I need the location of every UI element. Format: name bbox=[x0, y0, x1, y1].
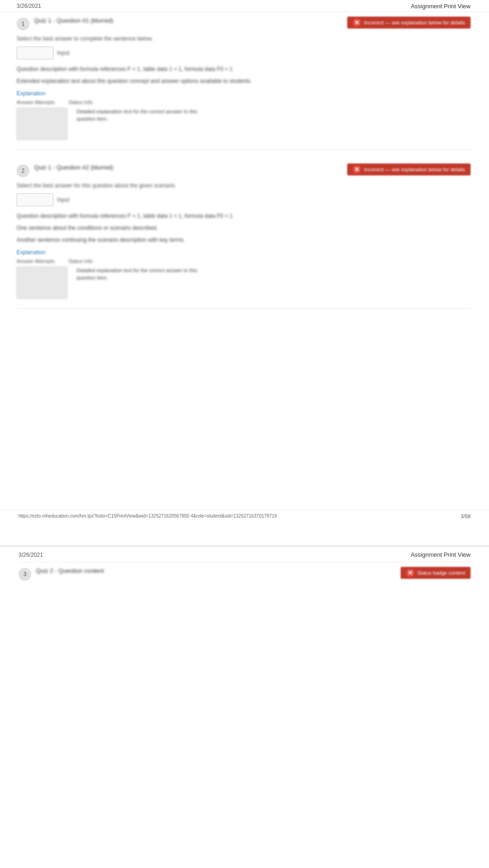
question-number-2: 2 bbox=[17, 164, 29, 177]
explanation-image-2 bbox=[17, 267, 67, 299]
explanation-meta-row-2: Answer Attempts Status Info bbox=[17, 258, 471, 264]
answer-input-label-1: Input bbox=[57, 50, 70, 56]
question-prompt-2: Select the best answer for this question… bbox=[17, 182, 471, 190]
next-answer-status-badge: ✕ Status badge content bbox=[401, 567, 471, 579]
explanation-link-2[interactable]: Explanation bbox=[17, 249, 46, 256]
answer-input-row-1: Input bbox=[17, 47, 471, 59]
next-question-number-area: 3 Quiz 2 - Question content bbox=[18, 567, 104, 581]
explanation-link-1[interactable]: Explanation bbox=[17, 90, 46, 97]
question-number-1: 1 bbox=[17, 17, 29, 30]
explanation-text-2: Detailed explanation text for the correc… bbox=[76, 267, 205, 282]
page-header: 3/26/2021 Assignment Print View bbox=[0, 0, 489, 12]
question-description-1a: Question description with formula refere… bbox=[17, 65, 471, 73]
next-page-date: 3/26/2021 bbox=[18, 552, 43, 558]
meta-answer-2: Answer Attempts bbox=[17, 258, 55, 264]
answer-input-box-1[interactable] bbox=[17, 47, 53, 59]
next-question-number: 3 bbox=[18, 568, 31, 581]
question-title-2: Quiz 1 - Question #2 (blurred) bbox=[34, 163, 113, 172]
question-description-2b: One sentence about the conditions or sce… bbox=[17, 224, 471, 232]
page-container: 3/26/2021 Assignment Print View 1 Quiz 1… bbox=[0, 0, 489, 868]
question-number-area-2: 2 Quiz 1 - Question #2 (blurred) bbox=[17, 163, 113, 177]
question-block-1: 1 Quiz 1 - Question #1 (blurred) ✕ Incor… bbox=[17, 17, 471, 150]
next-page-top-row: 3/26/2021 Assignment Print View bbox=[18, 551, 471, 562]
footer-page: 3/58 bbox=[461, 513, 471, 519]
status-text-2: Incorrect — see explanation below for de… bbox=[364, 167, 465, 172]
question-description-2a: Question description with formula refere… bbox=[17, 212, 471, 220]
explanation-meta-row-1: Answer Attempts Status Info bbox=[17, 99, 471, 105]
meta-status-2: Status Info bbox=[69, 258, 93, 264]
header-title: Assignment Print View bbox=[411, 3, 471, 10]
answer-input-row-2: Input bbox=[17, 193, 471, 206]
footer-url: https://ezto.mheducation.com/hm.tpx?todo… bbox=[18, 513, 277, 519]
explanation-section-1: Explanation Answer Attempts Status Info … bbox=[17, 90, 471, 140]
page-footer: https://ezto.mheducation.com/hm.tpx?todo… bbox=[0, 509, 489, 523]
question-prompt-1: Select the best answer to complete the s… bbox=[17, 35, 471, 43]
incorrect-icon-2: ✕ bbox=[353, 165, 361, 174]
next-page-title: Assignment Print View bbox=[411, 551, 471, 558]
meta-status-1: Status Info bbox=[69, 99, 93, 105]
next-page-content-row: 3 Quiz 2 - Question content ✕ Status bad… bbox=[18, 567, 471, 581]
answer-status-badge-2: ✕ Incorrect — see explanation below for … bbox=[347, 163, 471, 175]
header-date: 3/26/2021 bbox=[17, 3, 41, 9]
question-title-1: Quiz 1 - Question #1 (blurred) bbox=[34, 17, 113, 25]
question-description-1b: Extended explanation text about this que… bbox=[17, 77, 471, 85]
answer-status-badge-1: ✕ Incorrect — see explanation below for … bbox=[347, 17, 471, 29]
incorrect-icon-1: ✕ bbox=[353, 18, 361, 27]
explanation-text-1: Detailed explanation text for the correc… bbox=[76, 108, 205, 123]
question-top-row-1: 1 Quiz 1 - Question #1 (blurred) ✕ Incor… bbox=[17, 17, 471, 30]
explanation-content-row-1: Detailed explanation text for the correc… bbox=[17, 108, 471, 140]
next-incorrect-icon: ✕ bbox=[406, 569, 414, 577]
question-description-2c: Another sentence continuing the scenario… bbox=[17, 236, 471, 244]
question-top-row-2: 2 Quiz 1 - Question #2 (blurred) ✕ Incor… bbox=[17, 163, 471, 177]
next-page-area: 3/26/2021 Assignment Print View 3 Quiz 2… bbox=[0, 546, 489, 868]
question-block-2: 2 Quiz 1 - Question #2 (blurred) ✕ Incor… bbox=[17, 163, 471, 309]
meta-answer-1: Answer Attempts bbox=[17, 99, 55, 105]
explanation-content-row-2: Detailed explanation text for the correc… bbox=[17, 267, 471, 299]
answer-input-label-2: Input bbox=[57, 197, 70, 203]
next-question-title: Quiz 2 - Question content bbox=[36, 567, 104, 575]
explanation-image-1 bbox=[17, 108, 67, 140]
answer-input-box-2[interactable] bbox=[17, 193, 53, 206]
next-status-text: Status badge content bbox=[417, 570, 465, 576]
page-content: 1 Quiz 1 - Question #1 (blurred) ✕ Incor… bbox=[0, 12, 489, 332]
question-number-area-1: 1 Quiz 1 - Question #1 (blurred) bbox=[17, 17, 113, 30]
status-text-1: Incorrect — see explanation below for de… bbox=[364, 20, 465, 25]
explanation-section-2: Explanation Answer Attempts Status Info … bbox=[17, 249, 471, 299]
